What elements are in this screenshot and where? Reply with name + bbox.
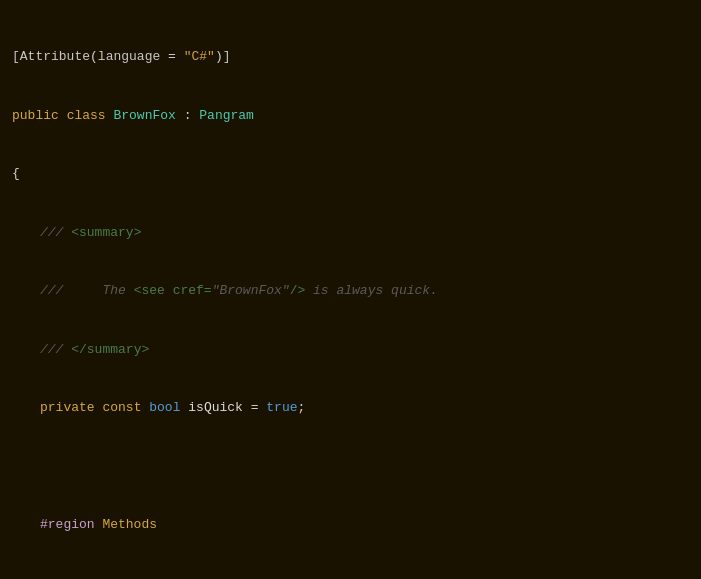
line-3: {	[12, 164, 689, 184]
line-2: public class BrownFox : Pangram	[12, 106, 689, 126]
line-5: /// The <see cref="BrownFox"/> is always…	[12, 281, 689, 301]
line-10	[12, 574, 689, 580]
line-9: #region Methods	[12, 515, 689, 535]
attr-name: Attribute	[20, 49, 90, 64]
line-1: [Attribute(language = "C#")]	[12, 47, 689, 67]
bracket: [	[12, 49, 20, 64]
line-7: private const bool isQuick = true;	[12, 398, 689, 418]
code-editor: [Attribute(language = "C#")] public clas…	[0, 0, 701, 579]
line-8	[12, 457, 689, 477]
line-4: /// <summary>	[12, 223, 689, 243]
line-6: /// </summary>	[12, 340, 689, 360]
